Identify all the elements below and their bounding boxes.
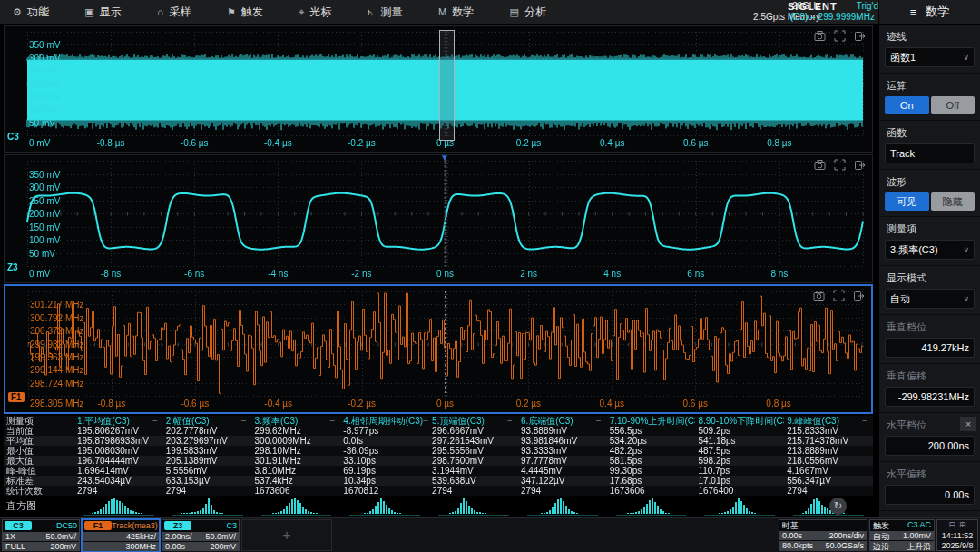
histogram-bar [740,501,742,514]
menu-item-analysis[interactable]: ▤分析 [505,5,552,20]
math-marker-f1[interactable]: F1 [8,392,24,402]
function-label: 函数 [887,126,975,140]
operation-on-button[interactable]: On [885,96,929,114]
camera-icon[interactable] [814,29,826,41]
measurement-value: 3.810MHz [252,466,341,476]
measurement-column-header[interactable]: 1.平均值(C3)− [74,416,163,426]
timebase-box[interactable]: 时基 0.00s 200ns/div 80.0kpts 50.0GSa/s [779,519,867,551]
measurement-column-header[interactable]: 7.10-90%上升时间(C3)− [607,416,696,426]
menu-item-gear[interactable]: ⚙功能 [7,5,54,20]
sidebar-title: 数学 [926,4,949,20]
x-axis-label: 4 ns [591,269,634,279]
export-icon[interactable] [853,289,865,301]
zoom-marker-z3[interactable]: Z3 [7,262,18,272]
fullscreen-icon[interactable] [834,29,846,41]
voffset-field[interactable]: -299.98231MHz [885,387,975,407]
waveform-canvas-z3[interactable] [5,155,872,282]
zoom-window-selector[interactable] [439,30,455,141]
vscale-value: 419.27kHz [921,342,969,353]
chevron-down-icon: ∨ [963,294,969,303]
measurement-value: 2794 [74,486,163,496]
histogram-bar [208,498,210,514]
measurement-column-header[interactable]: 9.峰峰值(C3)− [784,416,873,426]
reset-statistics-button[interactable]: ↻ [829,498,847,515]
histogram-bar [482,513,484,514]
y-axis-label: 150 mV [29,92,60,102]
measurement-histogram[interactable] [261,496,332,516]
waveform-visible-button[interactable]: 可见 [885,192,929,211]
measurement-value: 2794 [784,486,873,496]
trace-select[interactable]: 函数1 ∨ [885,47,975,67]
measurement-column-header[interactable]: 4.相邻周期抖动(C3)− [340,416,429,426]
measurement-histogram[interactable] [172,496,243,516]
close-table-icon[interactable]: × [960,417,976,431]
waveform-canvas-c3[interactable] [5,26,872,152]
histogram-bar [576,513,578,514]
channel-marker-c3[interactable]: C3 [7,132,19,142]
measurement-column-header[interactable]: 8.90-10%下降时间(C3)− [695,416,784,426]
measurement-histogram[interactable] [83,496,154,516]
hoffset-field[interactable]: 0.00s [885,485,975,505]
menu-item-sampling[interactable]: ∩采样 [152,5,197,20]
histogram-bar [654,502,656,514]
measurement-column-header[interactable]: 3.频率(C3)− [252,416,341,426]
measure-item-select[interactable]: 3.频率(C3) ∨ [885,240,975,260]
menu-item-label: 功能 [27,5,49,20]
clock-box[interactable]: ⊟ ⊞ 14:11:52 2025/9/8 [936,519,978,551]
menu-item-cursor[interactable]: ⌖光标 [293,5,337,20]
remove-measurement-icon[interactable]: − [596,416,602,426]
histogram-bar [568,509,570,514]
histogram-bar [719,513,720,514]
channel-box-z3[interactable]: Z3C32.00ns/50.0mV/0.00s200mV [162,519,240,551]
menu-item-math[interactable]: M数学 [433,5,479,20]
add-channel-button[interactable]: + [241,519,332,551]
channel-badge: C3 [5,521,32,530]
measurement-column-header[interactable]: 2.幅值(C3)− [163,416,252,426]
display-mode-select[interactable]: 自动 ∨ [885,289,975,309]
menu-item-trigger-flag[interactable]: ⚑触发 [221,5,269,20]
display-mode-label: 显示模式 [887,271,975,285]
histogram-bar [724,512,726,514]
channel-setting: 425kHz/ [126,532,156,541]
sidebar-header[interactable]: ≡ 数学 [879,0,980,25]
hscale-field[interactable]: 200.00ns [885,436,975,456]
remove-measurement-icon[interactable]: − [507,416,513,426]
function-field[interactable]: Track [885,143,975,163]
remove-measurement-icon[interactable]: − [241,416,247,426]
x-axis-label: -0.2 µs [339,138,383,148]
measurement-column-header[interactable]: 6.底端值(C3)− [518,416,607,426]
measurement-column-header[interactable]: 5.顶端值(C3)− [429,416,518,426]
trigger-position-marker[interactable]: ▼ [440,153,449,163]
measurement-histogram[interactable] [438,496,509,516]
fullscreen-icon[interactable] [833,289,845,301]
remove-measurement-icon[interactable]: − [423,416,428,426]
table-row-header: 统计次数 [4,486,74,496]
operation-off-button[interactable]: Off [931,96,975,114]
waveform-hidden-button[interactable]: 隐藏 [931,192,975,211]
remove-measurement-icon[interactable]: − [862,416,867,426]
measurement-value: 202.7778mV [163,426,252,436]
remove-measurement-icon[interactable]: − [152,416,158,426]
vscale-field[interactable]: 419.27kHz [885,338,975,358]
camera-icon[interactable] [813,289,825,301]
measurement-value: 93.8889mV [518,426,607,436]
measurement-histogram[interactable] [349,496,420,516]
remove-measurement-icon[interactable]: − [329,416,335,426]
measurement-value: 196.704444mV [74,456,163,466]
export-icon[interactable] [854,29,866,41]
fullscreen-icon[interactable] [834,158,846,170]
histogram-bar [573,512,575,514]
menu-item-display[interactable]: ▣显示 [79,5,126,20]
menu-item-measure[interactable]: ⊾测量 [362,5,408,20]
measurement-histogram[interactable] [527,496,598,516]
channel-box-f1[interactable]: F1Track(mea3)425kHz/-300MHz [82,519,160,551]
camera-icon[interactable] [814,158,826,170]
measurement-histogram[interactable] [616,496,687,516]
export-icon[interactable] [854,158,866,170]
waveform-canvas-f1[interactable] [5,286,871,412]
trigger-box[interactable]: 触发 C3 AC 自动 1.00mV 边沿 上升沿 [869,519,935,551]
measurement-histogram[interactable] [704,496,775,516]
trigger-source: C3 AC [907,520,931,530]
channel-box-c3[interactable]: C3DC501X50.0mV/FULL-200mV [2,519,80,551]
x-axis-label: -0.2 µs [340,399,384,409]
